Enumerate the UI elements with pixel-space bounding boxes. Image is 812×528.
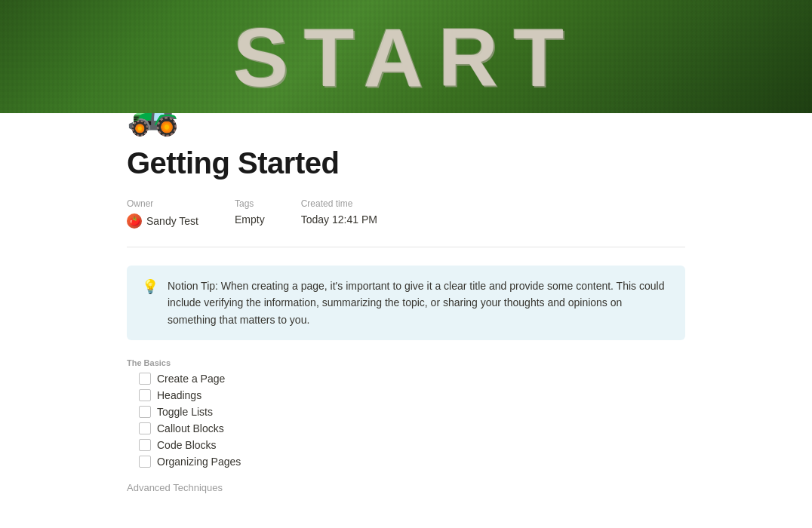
list-item[interactable]: Create a Page: [139, 370, 685, 387]
hero-banner: START: [0, 0, 812, 113]
owner-value[interactable]: 🍅 Sandy Test: [127, 213, 198, 229]
callout-icon: 💡: [142, 278, 158, 295]
list-item[interactable]: Code Blocks: [139, 437, 685, 453]
callout-block: 💡 Notion Tip: When creating a page, it's…: [127, 266, 685, 340]
callout-text: Notion Tip: When creating a page, it's i…: [168, 278, 670, 328]
list-item[interactable]: Toggle Lists: [139, 404, 685, 420]
created-value: Today 12:41 PM: [301, 213, 377, 226]
owner-label: Owner: [127, 198, 198, 209]
list-item[interactable]: Organizing Pages: [139, 453, 685, 470]
tags-value[interactable]: Empty: [235, 213, 265, 226]
list-item[interactable]: Headings: [139, 387, 685, 404]
owner-name: Sandy Test: [146, 215, 198, 227]
section-label-advanced: Advanced Techniques: [127, 482, 685, 493]
owner-avatar: 🍅: [127, 213, 142, 229]
owner-field: Owner 🍅 Sandy Test: [127, 198, 198, 229]
page-title: Getting Started: [127, 146, 685, 180]
tags-field: Tags Empty: [235, 198, 265, 229]
page-content: 🚜 Getting Started Owner 🍅 Sandy Test Tag…: [66, 92, 746, 526]
hero-text: START: [233, 9, 579, 105]
sections-container: The Basics Create a Page Headings Toggle…: [127, 358, 685, 493]
tags-label: Tags: [235, 198, 265, 209]
created-field: Created time Today 12:41 PM: [301, 198, 377, 229]
list-item[interactable]: Callout Blocks: [139, 420, 685, 437]
section-label-basics: The Basics: [127, 358, 685, 367]
basics-list: Create a Page Headings Toggle Lists Call…: [139, 370, 685, 470]
created-label: Created time: [301, 198, 377, 209]
metadata-section: Owner 🍅 Sandy Test Tags Empty Created ti…: [127, 198, 685, 247]
